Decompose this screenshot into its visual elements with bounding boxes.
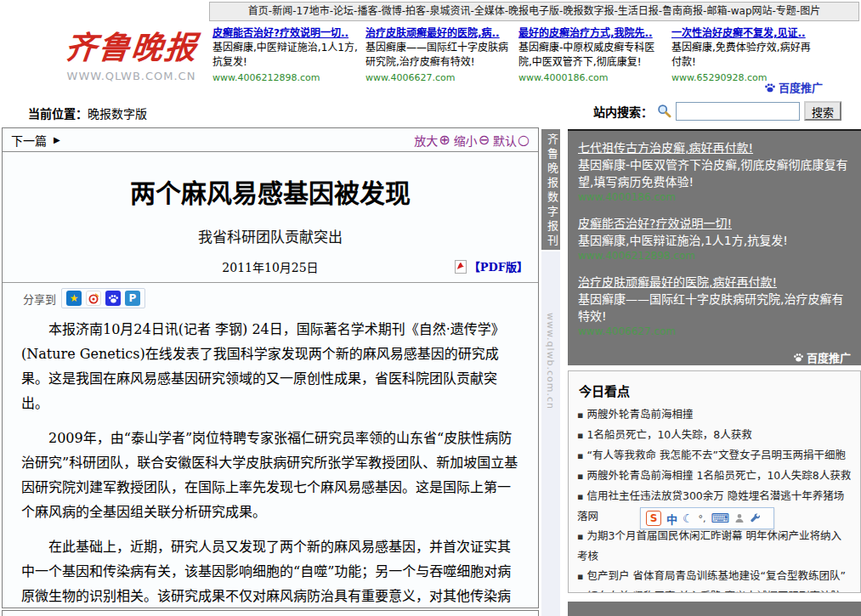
ad-url[interactable]: www.4006212898.com [212, 72, 359, 83]
sidebar-ad-block-bottom[interactable]: 皮癣能否治好?疗效说明一切! [568, 602, 861, 616]
site-search: 站内搜索： 搜索 [593, 101, 841, 121]
ime-keyboard-icon[interactable]: ⌨ [711, 511, 730, 526]
news-item[interactable]: ▪“有人等我救命 我怎能不去”文登女子吕明玉两捐干细胞 [577, 445, 852, 466]
zoom-in-button[interactable]: 放大 ⊕ [414, 613, 450, 616]
share-label: 分享到 [23, 291, 56, 307]
baidu-promotion-badge[interactable]: 百度推广 [578, 349, 851, 365]
news-item[interactable]: ▪1名船员死亡，10人失踪，8人获救 [577, 425, 852, 445]
ad-url[interactable]: www.4006627.com [365, 72, 512, 83]
share-icon-group: ★ P [61, 288, 145, 308]
zoom-default-icon: ○ [518, 613, 530, 616]
top-nav-links[interactable]: 首页-新闻-17地市-论坛-播客-微博-拍客-泉城资讯-全媒体-晚报电子版-晚报… [209, 2, 859, 21]
baidu-share-icon[interactable] [105, 291, 121, 306]
news-item-text: 为期3个月首届国民休闲汇昨谢幕 明年休闲产业将纳入考核 [577, 529, 841, 562]
zoom-out-button[interactable]: 缩小 ⊖ [454, 613, 490, 616]
ad-title-link[interactable]: 治疗皮肤顽癣最好的医院,病.. [365, 25, 512, 39]
top-ad[interactable]: 皮癣能否治好?疗效说明一切.. 基因癣康,中医辩证施治,1人1方,抗复发! ww… [212, 25, 359, 83]
zoom-out-icon: ⊖ [479, 132, 490, 148]
sidebar-ad[interactable]: 治疗皮肤顽癣最好的医院,病好再付款! 基因癣康——国际红十字皮肤病研究院,治疗皮… [578, 274, 851, 338]
bullet-icon: ▪ [577, 531, 583, 542]
ad-title-link[interactable]: 七代祖传古方治皮癣,病好再付款! [578, 139, 851, 156]
article-body: 本报济南10月24日讯(记者 李钢) 24日，国际著名学术期刊《自然·遗传学》(… [21, 317, 519, 608]
weibo-eye-icon [88, 292, 99, 304]
zoom-default-button[interactable]: 默认 ○ [493, 613, 530, 616]
bullet-icon: ▪ [577, 410, 583, 421]
site-logo-text: 齐鲁晚报 [63, 22, 201, 68]
zoom-out-label: 缩小 [454, 132, 478, 149]
ad-title-link[interactable]: 皮癣能否治好?疗效说明一切! [578, 215, 851, 232]
today-highlights-title: 今日看点 [579, 381, 852, 399]
news-item-text: 倾向自首 坚称无辜 关心后路 赛义夫试探国际刑事法院 [586, 590, 841, 593]
ad-url[interactable]: www.4006627.com [578, 325, 851, 338]
news-item[interactable]: ▪包产到户 省体育局青岛训练基地建设“复合型教练团队” [577, 566, 852, 586]
pengyou-share-icon[interactable]: P [125, 291, 140, 306]
article-panel: 下一篇 ▶ 放大 ⊕ 缩小 ⊖ 默认 ○ 两个麻风易感基因被发现 我省科研团队贡… [2, 127, 539, 608]
ad-title-link[interactable]: 一次性治好皮癣不复发,见证.. [671, 25, 818, 39]
ad-title-link[interactable]: 治疗皮肤顽癣最好的医院,病好再付款! [578, 274, 851, 291]
ad-url[interactable]: www.4006212898.com [578, 249, 851, 263]
paw-icon [108, 293, 119, 304]
zoom-out-label: 缩小 [454, 613, 478, 616]
ad-url[interactable]: www.4000186.com [518, 72, 665, 83]
pdf-version-link[interactable]: 【PDF版】 [455, 258, 528, 274]
ad-description: 基因癣康——国际红十字皮肤病研究院,治疗皮癣有特效! [365, 41, 512, 71]
sidebar-ad-block: 七代祖传古方治皮癣,病好再付款! 基因癣康-中医双管齐下治皮癣,彻底皮癣彻底康复… [568, 129, 861, 365]
article-paragraph: 2009年，由“泰山学者”岗位特聘专家张福仁研究员率领的山东省“皮肤性病防治研究… [21, 426, 519, 524]
ad-description: 基因癣康——国际红十字皮肤病研究院,治疗皮癣有特效! [578, 291, 851, 325]
next-article-label: 下一篇 [11, 132, 47, 149]
article-paragraph: 在此基础上，近期，研究人员又发现了两个新的麻风易感基因，并首次证实其中一个基因和… [21, 534, 519, 608]
sidebar-ad[interactable]: 七代祖传古方治皮癣,病好再付款! 基因癣康-中医双管齐下治皮癣,彻底皮癣彻底康复… [578, 139, 851, 204]
ad-title-link[interactable]: 皮癣能否治好?疗效说明一切.. [212, 25, 359, 39]
share-bar: 分享到 ★ P [23, 288, 538, 308]
article-paragraph: 本报济南10月24日讯(记者 李钢) 24日，国际著名学术期刊《自然·遗传学》(… [21, 317, 519, 415]
zoom-controls: 放大 ⊕ 缩小 ⊖ 默认 ○ [414, 132, 530, 149]
next-article-label: 下一篇 [11, 613, 47, 616]
search-input[interactable] [676, 102, 800, 121]
zoom-out-button[interactable]: 缩小 ⊖ [454, 132, 490, 149]
news-item-text: 两艘外轮青岛前海相撞 [586, 408, 693, 421]
top-ad[interactable]: 一次性治好皮癣不复发,见证.. 基因癣康,免费体验疗效,病好再付款! www.6… [671, 25, 818, 83]
breadcrumb: 当前位置：晚报数字版 [28, 105, 147, 122]
bullet-icon: ▪ [577, 430, 583, 441]
top-ad[interactable]: 最好的皮癣治疗方式,我院先.. 基因癣康-中原权威皮癣专科医院,中医双管齐下,彻… [518, 25, 665, 83]
breadcrumb-current: 晚报数字版 [88, 107, 147, 121]
ime-halfwidth-moon-icon[interactable]: ☾ [683, 511, 694, 525]
ime-wrench-icon[interactable] [750, 513, 761, 524]
article-dateline: 2011年10月25日 【PDF版】 [3, 258, 538, 274]
news-item[interactable]: ▪两艘外轮青岛前海相撞 1名船员死亡，10人失踪8人获救 [577, 466, 852, 486]
qzone-share-icon[interactable]: ★ [66, 291, 82, 306]
news-item[interactable]: ▪为期3个月首届国民休闲汇昨谢幕 明年休闲产业将纳入考核 [577, 526, 852, 566]
next-article-link[interactable]: 下一篇 ▶ [11, 613, 60, 616]
sogou-logo-icon[interactable]: S [646, 511, 661, 526]
paw-icon [793, 352, 804, 363]
baidu-promotion-label: 百度推广 [779, 79, 823, 95]
reader-toolbar: 下一篇 ▶ 放大 ⊕ 缩小 ⊖ 默认 ○ [3, 128, 538, 152]
site-logo[interactable]: 齐鲁晚报 WWW.QLWB.COM.CN [53, 22, 210, 82]
ime-user-icon[interactable] [734, 513, 745, 523]
weibo-share-icon[interactable] [86, 291, 101, 306]
vertical-site-url: www.qlwb.com.cn [545, 313, 556, 410]
news-item[interactable]: ▪倾向自首 坚称无辜 关心后路 赛义夫试探国际刑事法院 [577, 586, 852, 593]
bullet-icon: ▪ [577, 471, 583, 482]
zoom-in-button[interactable]: 放大 ⊕ [414, 132, 450, 149]
top-ad[interactable]: 治疗皮肤顽癣最好的医院,病.. 基因癣康——国际红十字皮肤病研究院,治疗皮癣有特… [365, 25, 512, 83]
zoom-default-button[interactable]: 默认 ○ [493, 132, 530, 149]
news-item-text: 1名船员死亡，10人失踪，8人获救 [586, 428, 751, 441]
zoom-default-label: 默认 [493, 613, 517, 616]
search-button[interactable]: 搜索 [804, 101, 841, 121]
zoom-in-label: 放大 [414, 613, 438, 616]
baidu-promotion-badge[interactable]: 百度推广 [764, 79, 823, 95]
ime-toolbar[interactable]: S 中 ☾ °, ⌨ [640, 507, 774, 529]
ime-punctuation-toggle[interactable]: °, [699, 513, 706, 524]
ad-title-link[interactable]: 最好的皮癣治疗方式,我院先.. [518, 25, 665, 39]
news-item[interactable]: ▪两艘外轮青岛前海相撞 [577, 404, 852, 425]
zoom-default-icon: ○ [518, 132, 530, 148]
search-label: 站内搜索： [593, 103, 653, 120]
ime-language-toggle[interactable]: 中 [666, 511, 677, 527]
next-article-link[interactable]: 下一篇 ▶ [11, 132, 60, 149]
ad-url[interactable]: www.4000186.com [578, 190, 851, 204]
bullet-icon: ▪ [577, 491, 583, 502]
news-item-text: “有人等我救命 我怎能不去”文登女子吕明玉两捐干细胞 [586, 449, 845, 461]
sidebar-ad[interactable]: 皮癣能否治好?疗效说明一切! 基因癣康,中医辩证施治,1人1方,抗复发! www… [578, 215, 851, 263]
zoom-default-label: 默认 [493, 132, 517, 149]
